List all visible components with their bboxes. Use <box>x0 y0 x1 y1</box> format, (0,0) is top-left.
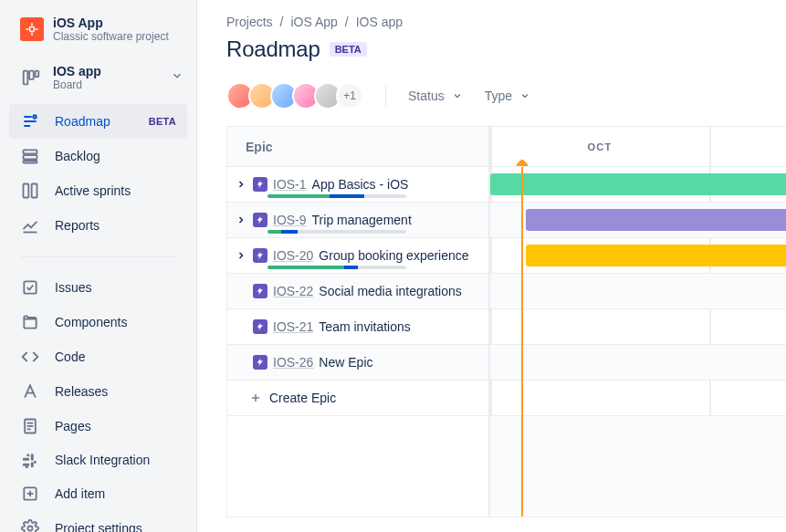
epic-icon <box>253 284 267 298</box>
svg-rect-13 <box>32 184 37 198</box>
breadcrumb-sep: / <box>345 15 349 29</box>
chevron-down-icon <box>171 69 183 85</box>
sidebar-item-add[interactable]: Add item <box>9 476 187 511</box>
filter-type[interactable]: Type <box>485 89 530 103</box>
pages-icon <box>20 417 40 435</box>
sidebar-item-backlog[interactable]: Backlog <box>9 139 187 173</box>
epic-row-left[interactable]: IOS-22 Social media integrations <box>227 274 490 308</box>
sidebar-item-label: Releases <box>55 384 108 399</box>
issues-icon <box>20 278 40 297</box>
chevron-down-icon <box>519 90 530 101</box>
epic-bar[interactable] <box>490 173 786 195</box>
filter-type-label: Type <box>485 89 512 103</box>
epic-row[interactable]: IOS-26 New Epic <box>227 345 786 381</box>
chevron-right-icon[interactable] <box>235 214 247 225</box>
breadcrumb-project[interactable]: iOS App <box>290 15 337 29</box>
epic-row-left[interactable]: IOS-21 Team invitations <box>227 309 490 344</box>
sidebar-item-roadmap[interactable]: Roadmap BETA <box>9 104 187 139</box>
epic-title: Group booking experience <box>319 248 468 263</box>
avatar-more[interactable]: +1 <box>336 82 363 110</box>
plus-icon <box>247 391 264 404</box>
epic-key[interactable]: IOS-1 <box>273 177 307 192</box>
sidebar-item-label: Code <box>55 349 85 364</box>
breadcrumbs: Projects / iOS App / IOS app <box>226 15 786 29</box>
epic-row[interactable]: IOS-20 Group booking experience <box>227 238 786 274</box>
epic-header-label: Epic <box>246 140 273 154</box>
epic-row-timeline[interactable] <box>490 309 786 344</box>
epic-row-left[interactable]: IOS-20 Group booking experience <box>227 238 490 273</box>
epic-row-timeline[interactable] <box>490 345 786 380</box>
epic-key[interactable]: IOS-9 <box>273 213 307 227</box>
epic-row-left[interactable]: IOS-1 App Basics - iOS <box>227 167 490 202</box>
sidebar-item-active-sprints[interactable]: Active sprints <box>9 173 187 208</box>
slack-icon <box>20 452 40 468</box>
epic-row-timeline[interactable] <box>490 274 786 308</box>
project-subtitle: Classic software project <box>53 30 169 43</box>
chevron-right-icon[interactable] <box>235 250 247 261</box>
epic-icon <box>253 177 267 192</box>
epic-row[interactable]: IOS-21 Team invitations <box>227 309 786 345</box>
add-icon <box>20 485 40 503</box>
epic-title: App Basics - iOS <box>312 177 409 192</box>
sidebar-item-settings[interactable]: Project settings <box>9 511 187 532</box>
epic-row-timeline[interactable] <box>490 167 786 202</box>
sidebar-item-issues[interactable]: Issues <box>9 270 187 305</box>
epic-row-left[interactable]: IOS-9 Trip management <box>227 203 490 237</box>
epic-key[interactable]: IOS-26 <box>273 355 313 370</box>
epic-column-header: Epic <box>227 127 490 166</box>
sidebar-item-label: Project settings <box>55 521 142 532</box>
components-icon <box>20 313 40 331</box>
epic-icon <box>253 319 267 334</box>
sidebar-item-code[interactable]: Code <box>9 339 187 374</box>
sidebar-item-releases[interactable]: Releases <box>9 374 187 409</box>
roadmap-icon <box>20 112 40 130</box>
sidebar-item-slack[interactable]: Slack Integration <box>9 443 187 476</box>
project-header: iOS App Classic software project <box>0 13 196 55</box>
create-epic-timeline <box>490 381 786 415</box>
svg-point-8 <box>33 115 36 118</box>
epic-key[interactable]: IOS-20 <box>273 248 313 263</box>
filter-status[interactable]: Status <box>408 89 463 103</box>
sidebar-item-reports[interactable]: Reports <box>9 208 187 243</box>
board-title: IOS app <box>53 64 101 78</box>
epic-progress <box>267 230 406 234</box>
epic-key[interactable]: IOS-21 <box>273 319 313 334</box>
sidebar-item-label: Add item <box>55 486 105 501</box>
svg-rect-11 <box>24 161 37 163</box>
breadcrumb-board[interactable]: IOS app <box>356 15 403 29</box>
svg-rect-6 <box>29 71 34 79</box>
epic-bar[interactable] <box>526 245 786 266</box>
svg-point-0 <box>29 26 34 31</box>
board-switcher[interactable]: IOS app Board <box>0 55 196 104</box>
backlog-icon <box>20 147 40 165</box>
chevron-right-icon[interactable] <box>235 179 247 190</box>
breadcrumb-projects[interactable]: Projects <box>226 15 273 29</box>
avatar-group[interactable]: +1 <box>226 82 363 110</box>
sidebar-item-label: Reports <box>55 218 100 233</box>
roadmap-header: Epic OCT <box>227 127 786 167</box>
main: Projects / iOS App / IOS app Roadmap BET… <box>197 0 786 532</box>
sidebar-divider <box>20 256 176 257</box>
epic-row-timeline[interactable] <box>490 203 786 237</box>
create-epic-row[interactable]: Create Epic <box>227 381 786 416</box>
epic-row[interactable]: IOS-1 App Basics - iOS <box>227 167 786 203</box>
sidebar-item-label: Active sprints <box>55 183 131 198</box>
sidebar-item-components[interactable]: Components <box>9 305 187 339</box>
epic-progress <box>267 194 406 198</box>
svg-rect-9 <box>24 150 37 153</box>
sidebar-item-pages[interactable]: Pages <box>9 409 187 443</box>
epic-row[interactable]: IOS-22 Social media integrations <box>227 274 786 309</box>
sidebar: iOS App Classic software project IOS app… <box>0 0 197 532</box>
epic-row[interactable]: IOS-9 Trip management <box>227 203 786 238</box>
timeline-header: OCT <box>490 127 786 166</box>
page-title: Roadmap <box>226 37 320 62</box>
epic-row-left[interactable]: IOS-26 New Epic <box>227 345 490 380</box>
epic-bar[interactable] <box>526 209 786 231</box>
epic-key[interactable]: IOS-22 <box>273 284 313 298</box>
epic-title: Team invitations <box>319 319 410 334</box>
svg-rect-7 <box>36 71 39 77</box>
filter-status-label: Status <box>408 89 445 103</box>
create-epic-cell[interactable]: Create Epic <box>227 381 490 415</box>
epic-row-timeline[interactable] <box>490 238 786 273</box>
chevron-down-icon <box>452 90 463 101</box>
